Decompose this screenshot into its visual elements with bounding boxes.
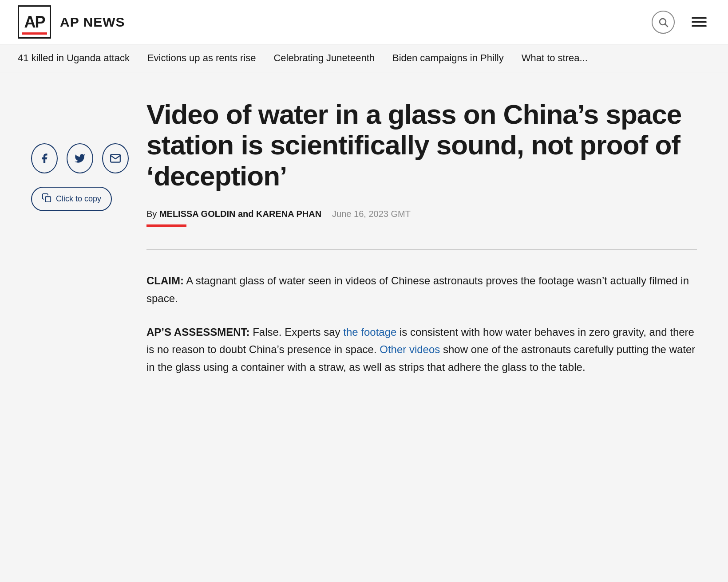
article-title: Video of water in a glass on China’s spa… <box>146 99 697 191</box>
nav-item-biden[interactable]: Biden campaigns in Philly <box>392 52 522 64</box>
logo-underline <box>22 32 47 35</box>
article-body: CLAIM: A stagnant glass of water seen in… <box>146 272 697 376</box>
menu-icon-line3 <box>692 25 707 27</box>
nav-item-uganda[interactable]: 41 killed in Uganda attack <box>18 52 147 64</box>
twitter-icon <box>74 153 86 164</box>
site-header: AP AP NEWS <box>0 0 728 44</box>
copy-icon <box>42 193 51 205</box>
article: Video of water in a glass on China’s spa… <box>146 99 697 392</box>
article-date: June 16, 2023 GMT <box>332 209 411 219</box>
article-meta: By MELISSA GOLDIN and KARENA PHAN June 1… <box>146 209 697 219</box>
nav-ticker: 41 killed in Uganda attack Evictions up … <box>0 44 728 72</box>
assessment-text-1: False. Experts say <box>250 326 344 338</box>
social-icons-group <box>31 143 129 173</box>
claim-paragraph: CLAIM: A stagnant glass of water seen in… <box>146 272 697 307</box>
search-button[interactable] <box>652 11 675 34</box>
nav-item-juneteenth[interactable]: Celebrating Juneteenth <box>273 52 392 64</box>
nav-item-stream[interactable]: What to strea... <box>522 52 605 64</box>
ap-logo: AP <box>18 5 51 39</box>
claim-text: A stagnant glass of water seen in videos… <box>146 275 689 304</box>
nav-item-evictions[interactable]: Evictions up as rents rise <box>147 52 274 64</box>
svg-rect-2 <box>45 197 51 202</box>
article-accent-line <box>146 224 186 227</box>
claim-label: CLAIM: <box>146 275 184 287</box>
twitter-share-button[interactable] <box>67 143 93 173</box>
menu-icon-line1 <box>692 17 707 19</box>
logo-area: AP AP NEWS <box>18 5 125 39</box>
email-share-button[interactable] <box>102 143 129 173</box>
menu-button[interactable] <box>688 14 710 30</box>
article-byline: By MELISSA GOLDIN and KARENA PHAN <box>146 209 321 219</box>
ap-logo-text: AP <box>24 14 44 30</box>
facebook-share-button[interactable] <box>31 143 58 173</box>
main-content: Click to copy Video of water in a glass … <box>13 72 715 409</box>
menu-icon-line2 <box>692 21 707 23</box>
copy-label: Click to copy <box>56 194 101 204</box>
assessment-paragraph: AP’S ASSESSMENT: False. Experts say the … <box>146 323 697 376</box>
article-authors: MELISSA GOLDIN and KARENA PHAN <box>159 209 321 219</box>
facebook-icon <box>39 153 50 164</box>
email-icon <box>110 153 121 164</box>
social-sidebar: Click to copy <box>31 99 129 392</box>
byline-prefix: By <box>146 209 159 219</box>
footage-link[interactable]: the footage <box>343 326 396 338</box>
article-divider <box>146 249 697 250</box>
other-videos-link[interactable]: Other videos <box>380 343 440 355</box>
header-controls <box>652 11 710 34</box>
assessment-label: AP’S ASSESSMENT: <box>146 326 250 338</box>
copy-link-icon <box>42 193 51 203</box>
search-icon <box>658 17 669 28</box>
site-name: AP NEWS <box>60 15 125 30</box>
svg-line-1 <box>665 24 668 27</box>
copy-link-button[interactable]: Click to copy <box>31 187 112 211</box>
